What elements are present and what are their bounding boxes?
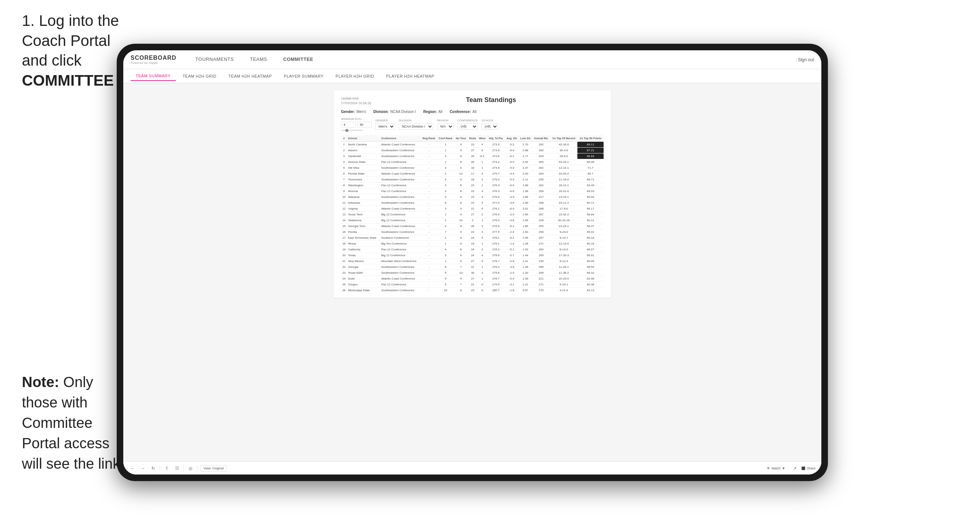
cell-vs-top25: 15-32-2 — [550, 212, 578, 217]
cell-avg-sg: -5.5 — [505, 177, 519, 183]
toolbar-share-small-btn[interactable]: ⇧ — [163, 465, 170, 472]
cell-adj-par: 279.2 — [487, 264, 505, 270]
cell-avg-sg: -4.0 — [505, 159, 519, 165]
min-rounds-control: Minimum Rou... — [341, 117, 372, 131]
cell-reg-rank: - — [421, 282, 437, 287]
cell-school: Georgia — [347, 264, 380, 270]
logo-area: SCOREBOARD Powered by clippd — [130, 55, 177, 65]
watch-btn[interactable]: 👁 Watch ▼ — [767, 467, 785, 470]
cell-avg-sg: -5.2 — [505, 142, 519, 148]
controls-row: Minimum Rou... Gender — [341, 117, 604, 131]
cell-school: Washington — [347, 183, 380, 189]
cell-low-sg: 2.88 — [519, 148, 532, 154]
cell-conf-rank: 3 — [437, 165, 454, 171]
nav-tournaments[interactable]: TOURNAMENTS — [188, 50, 242, 69]
cell-rnds: 21 — [468, 206, 477, 212]
slider-thumb[interactable] — [345, 129, 348, 132]
cell-pts: 60.94 — [578, 194, 604, 200]
subnav-player-h2h-heatmap[interactable]: PLAYER H2H HEATMAP — [381, 72, 439, 81]
col-school: School — [347, 135, 380, 142]
cell-wins: 2 — [477, 177, 487, 183]
cell-low-sg: 1.98 — [519, 183, 532, 189]
cell-wins: 4 — [477, 189, 487, 194]
cell-avg-sg: -3.1 — [505, 282, 519, 287]
filter-gender-value: Men's — [356, 110, 366, 114]
cell-overall: 268 — [532, 189, 550, 194]
toolbar-divider-2 — [183, 465, 184, 471]
cell-no-tour: 8 — [454, 154, 468, 159]
cell-reg-rank: - — [421, 142, 437, 148]
toolbar-refresh-btn[interactable]: ↻ — [150, 465, 157, 472]
min-rounds-max-input[interactable] — [357, 122, 372, 127]
nav-teams[interactable]: TEAMS — [242, 50, 275, 69]
toolbar-clock-btn[interactable]: ◎ — [187, 465, 194, 472]
cell-overall: 203 — [532, 154, 550, 159]
cell-wins: 1 — [477, 264, 487, 270]
col-low-sg: Low SG — [519, 135, 532, 142]
cell-avg-sg: -0.7 — [505, 252, 519, 259]
slider-row — [341, 130, 372, 131]
toolbar-divider-3 — [197, 465, 197, 471]
cell-wins: 2 — [477, 212, 487, 217]
cell-reg-rank: - — [421, 235, 437, 241]
toolbar-expand-btn[interactable]: ↗ — [791, 465, 799, 472]
subnav-player-summary[interactable]: PLAYER SUMMARY — [278, 72, 329, 81]
toolbar-back-btn[interactable]: ← — [129, 465, 137, 472]
cell-conf-rank: 10 — [437, 287, 454, 292]
cell-adj-par: 273.6 — [487, 154, 505, 159]
subnav-team-summary[interactable]: TEAM SUMMARY — [130, 71, 176, 81]
cell-wins: 1 — [477, 159, 487, 165]
cell-conf-rank: 3 — [437, 206, 454, 212]
sign-out-button[interactable]: Sign out — [796, 57, 815, 62]
division-select[interactable]: NCAA Division I — [399, 123, 433, 130]
view-original-btn[interactable]: View: Original — [200, 465, 227, 471]
cell-adj-par: 275.7 — [487, 171, 505, 177]
nav-committee[interactable]: COMMITTEE — [275, 50, 322, 69]
cell-overall: 265 — [532, 177, 550, 183]
cell-conf-rank: 3 — [437, 189, 454, 194]
gender-select[interactable]: Men's — [375, 123, 395, 130]
toolbar-bookmark-btn[interactable]: ☵ — [173, 465, 181, 472]
share-btn[interactable]: ⬛ Share — [801, 467, 816, 470]
cell-vs-top25: 18-12-1 — [550, 183, 578, 189]
table-row: 4 Arizona State Pac-12 Conference - 1 8 … — [341, 159, 604, 165]
cell-adj-par: 275.9 — [487, 177, 505, 183]
cell-low-sg: 1.39 — [519, 276, 532, 282]
cell-pts: 86.64 — [578, 154, 604, 159]
cell-vs-top25: 10-23-0 — [550, 276, 578, 282]
region-select[interactable]: N/A — [437, 123, 454, 130]
subnav-team-h2h-grid[interactable]: TEAM H2H GRID — [178, 72, 222, 81]
school-select[interactable]: (All) — [481, 123, 498, 130]
min-rounds-min-input[interactable] — [341, 122, 356, 127]
cell-rank: 3 — [341, 154, 347, 159]
cell-pts: 58.54 — [578, 264, 604, 270]
cell-rnds: 24 — [468, 252, 477, 259]
cell-wins: 3 — [477, 200, 487, 206]
cell-avg-sg: -3.8 — [505, 217, 519, 224]
subnav-team-h2h-heatmap[interactable]: TEAM H2H HEATMAP — [223, 72, 277, 81]
slider-track[interactable] — [341, 130, 363, 131]
update-time-block: Update time: 27/03/2024 16:56:26 — [341, 96, 371, 105]
update-value: 27/03/2024 16:56:26 — [341, 101, 371, 105]
cell-reg-rank: - — [421, 287, 437, 292]
cell-overall: 267 — [532, 212, 550, 217]
table-header: # School Conference Reg Rank Conf Rank N… — [341, 135, 604, 142]
cell-conf-rank: 5 — [437, 276, 454, 282]
cell-school: Virginia — [347, 206, 380, 212]
cell-pts: 85.08 — [578, 159, 604, 165]
cell-school: Texas — [347, 252, 380, 259]
cell-no-tour: 8 — [454, 224, 468, 229]
conference-select[interactable]: (All) — [457, 123, 478, 130]
cell-rank: 7 — [341, 177, 347, 183]
cell-low-sg: 2.01 — [519, 206, 532, 212]
conference-label: Conference — [457, 119, 478, 122]
cell-overall: 262 — [532, 142, 550, 148]
table-row: 19 California Pac-12 Conference - 4 8 24… — [341, 247, 604, 252]
step-text-bold: COMMITTEE — [22, 72, 114, 89]
cell-conference: Mountain West Conference — [380, 259, 421, 264]
cell-vs-top25: 9-24-0 — [550, 229, 578, 235]
filter-gender: Gender: Men's — [341, 110, 366, 114]
cell-low-sg: 2.11 — [519, 177, 532, 183]
subnav-player-h2h-grid[interactable]: PLAYER H2H GRID — [331, 72, 379, 81]
toolbar-forward-btn[interactable]: → — [139, 465, 146, 472]
